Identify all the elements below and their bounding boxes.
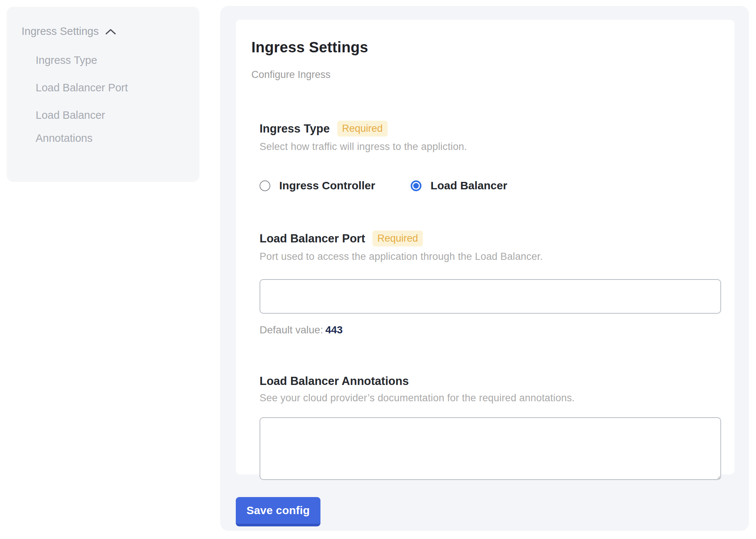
load-balancer-annotations-textarea[interactable] <box>260 417 721 480</box>
settings-nav-sidebar: Ingress Settings Ingress Type Load Balan… <box>7 7 199 182</box>
radio-option-load-balancer[interactable]: Load Balancer <box>411 179 507 192</box>
ingress-type-description: Select how traffic will ingress to the a… <box>260 141 721 153</box>
sidebar-item-list: Ingress Type Load Balancer Port Load Bal… <box>36 49 185 150</box>
sidebar-item-ingress-type[interactable]: Ingress Type <box>36 49 145 72</box>
load-balancer-annotations-section: Load Balancer Annotations See your cloud… <box>260 375 721 480</box>
load-balancer-port-section: Load Balancer Port Required Port used to… <box>260 231 721 336</box>
required-badge: Required <box>337 121 388 137</box>
chevron-up-icon <box>105 28 116 35</box>
sidebar-item-load-balancer-port[interactable]: Load Balancer Port <box>36 76 145 99</box>
lb-annotations-label: Load Balancer Annotations <box>260 375 409 388</box>
lb-port-description: Port used to access the application thro… <box>260 251 721 262</box>
ingress-type-heading-row: Ingress Type Required <box>260 121 721 137</box>
form-sections: Ingress Type Required Select how traffic… <box>260 121 721 480</box>
radio-unselected-icon[interactable] <box>260 180 270 191</box>
sidebar-item-load-balancer-annotations[interactable]: Load Balancer Annotations <box>36 104 145 150</box>
settings-panel: Ingress Settings Configure Ingress Ingre… <box>220 6 749 531</box>
lb-port-label: Load Balancer Port <box>260 232 365 245</box>
radio-dot <box>413 183 419 189</box>
page-title: Ingress Settings <box>251 39 721 56</box>
lb-annotations-heading-row: Load Balancer Annotations <box>260 375 721 388</box>
lb-port-heading-row: Load Balancer Port Required <box>260 231 721 246</box>
ingress-type-label: Ingress Type <box>260 122 330 135</box>
sidebar-section-label: Ingress Settings <box>22 25 99 37</box>
ingress-type-radio-group: Ingress Controller Load Balancer <box>260 179 721 192</box>
sidebar-section-toggle[interactable]: Ingress Settings <box>22 25 185 37</box>
ingress-settings-card: Ingress Settings Configure Ingress Ingre… <box>236 20 734 474</box>
page-subtitle: Configure Ingress <box>251 69 721 81</box>
radio-label-ingress-controller: Ingress Controller <box>279 179 375 192</box>
default-value-number: 443 <box>325 324 343 336</box>
lb-port-default-row: Default value:443 <box>260 324 721 336</box>
save-config-button[interactable]: Save config <box>236 497 320 526</box>
radio-selected-icon[interactable] <box>411 180 421 191</box>
ingress-type-section: Ingress Type Required Select how traffic… <box>260 121 721 192</box>
lb-annotations-description: See your cloud provider’s documentation … <box>260 392 721 404</box>
default-value-label: Default value: <box>260 324 323 336</box>
load-balancer-port-input[interactable] <box>260 279 721 314</box>
required-badge: Required <box>372 231 423 246</box>
radio-label-load-balancer: Load Balancer <box>430 179 507 192</box>
radio-option-ingress-controller[interactable]: Ingress Controller <box>260 179 375 192</box>
